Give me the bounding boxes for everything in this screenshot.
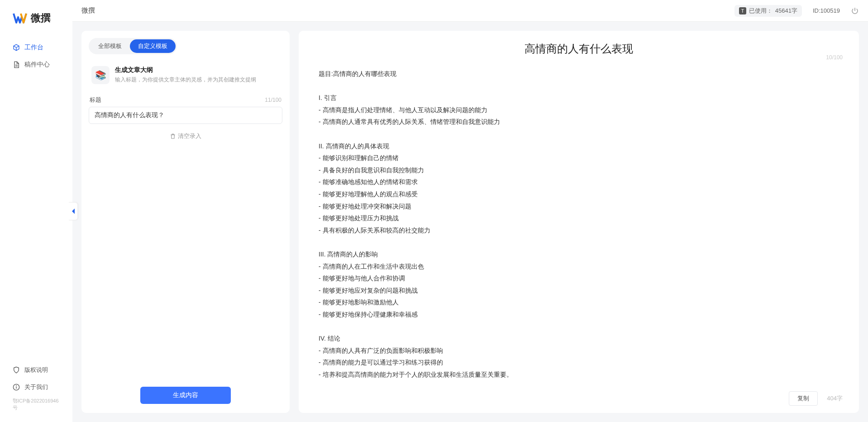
template-icon: 📚 xyxy=(91,66,110,84)
user-id: ID:100519 xyxy=(813,7,840,14)
nav-copyright[interactable]: 版权说明 xyxy=(0,361,72,379)
logo-text: 微撰 xyxy=(31,11,51,25)
power-icon[interactable] xyxy=(851,7,859,15)
logo-icon xyxy=(13,11,27,25)
sidebar-bottom: 版权说明 关于我们 鄂ICP备2022016946号 xyxy=(0,361,72,422)
icp-text: 鄂ICP备2022016946号 xyxy=(0,396,72,415)
info-icon xyxy=(13,384,20,391)
logo: 微撰 xyxy=(0,11,72,39)
usage-pill: T 已使用： 45641字 xyxy=(734,5,802,17)
nav-label: 工作台 xyxy=(24,43,43,52)
shield-icon xyxy=(13,366,20,374)
template-title: 生成文章大纲 xyxy=(115,66,256,74)
doc-icon xyxy=(13,61,20,68)
main: 微撰 T 已使用： 45641字 ID:100519 全部模板 自定义模板 📚 xyxy=(72,0,868,422)
trash-icon xyxy=(170,133,176,139)
generate-button[interactable]: 生成内容 xyxy=(140,387,231,404)
template-desc: 输入标题，为你提供文章主体的灵感，并为其创建推文提纲 xyxy=(115,76,256,84)
result-body[interactable]: 题目:高情商的人有哪些表现 I. 引言 - 高情商是指人们处理情绪、与他人互动以… xyxy=(315,64,843,386)
panel-left: 全部模板 自定义模板 📚 生成文章大纲 输入标题，为你提供文章主体的灵感，并为其… xyxy=(81,31,290,413)
nav-drafts[interactable]: 稿件中心 xyxy=(0,56,72,73)
chevron-left-icon xyxy=(71,208,76,214)
content: 全部模板 自定义模板 📚 生成文章大纲 输入标题，为你提供文章主体的灵感，并为其… xyxy=(72,22,868,422)
clear-input-button[interactable]: 清空录入 xyxy=(89,132,282,140)
topbar-title: 微撰 xyxy=(81,6,95,15)
result-title[interactable]: 高情商的人有什么表现 xyxy=(315,42,843,56)
template-card: 📚 生成文章大纲 输入标题，为你提供文章主体的灵感，并为其创建推文提纲 xyxy=(89,62,282,90)
cube-icon xyxy=(13,44,20,51)
copy-button[interactable]: 复制 xyxy=(789,391,818,406)
result-footer: 复制 404字 xyxy=(315,386,843,406)
panel-right: 高情商的人有什么表现 10/100 题目:高情商的人有哪些表现 I. 引言 - … xyxy=(299,31,859,413)
tab-all-templates[interactable]: 全部模板 xyxy=(90,39,130,53)
nav-label: 关于我们 xyxy=(24,383,48,391)
sidebar: 微撰 工作台 稿件中心 版权说明 关于我们 鄂ICP备2022016946号 xyxy=(0,0,72,422)
nav-about[interactable]: 关于我们 xyxy=(0,379,72,396)
field-label: 标题 xyxy=(90,96,101,104)
svg-point-2 xyxy=(16,385,17,386)
clear-label: 清空录入 xyxy=(178,132,201,140)
tab-custom-templates[interactable]: 自定义模板 xyxy=(130,39,176,53)
collapse-handle[interactable] xyxy=(69,202,78,220)
title-input[interactable] xyxy=(89,107,282,124)
field-count: 11/100 xyxy=(265,97,281,103)
word-count: 404字 xyxy=(827,394,843,403)
nav: 工作台 稿件中心 xyxy=(0,39,72,361)
usage-value: 45641字 xyxy=(775,7,797,15)
nav-label: 稿件中心 xyxy=(24,61,50,69)
nav-workbench[interactable]: 工作台 xyxy=(0,39,72,56)
tabs: 全部模板 自定义模板 xyxy=(89,38,177,54)
nav-label: 版权说明 xyxy=(24,366,48,374)
topbar-right: T 已使用： 45641字 ID:100519 xyxy=(734,5,859,17)
usage-label: 已使用： xyxy=(749,7,773,15)
usage-badge-icon: T xyxy=(739,7,746,14)
title-char-count: 10/100 xyxy=(826,54,843,61)
topbar: 微撰 T 已使用： 45641字 ID:100519 xyxy=(72,0,868,22)
